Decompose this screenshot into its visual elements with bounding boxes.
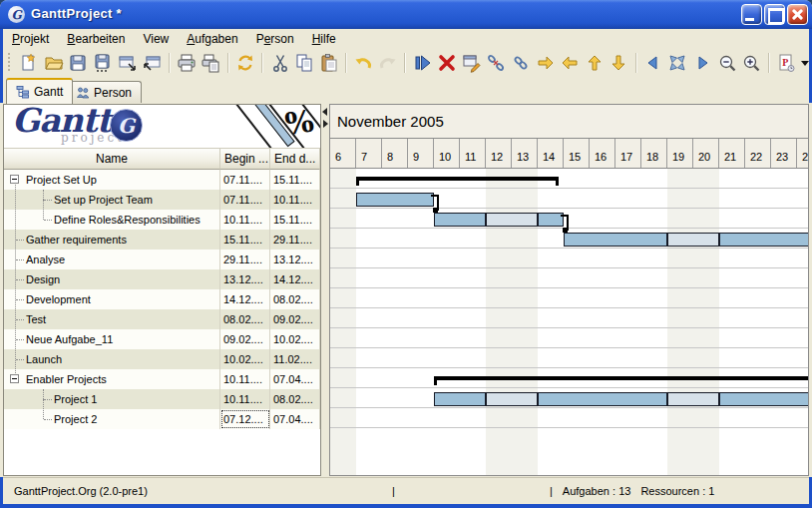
menu-bearbeiten[interactable]: Bearbeiten	[58, 30, 134, 48]
delete-task-icon[interactable]	[435, 51, 460, 75]
task-name: Launch	[26, 353, 62, 365]
menu-hilfe[interactable]: Hilfe	[303, 30, 345, 48]
maximize-button[interactable]	[764, 4, 785, 25]
undo-icon[interactable]	[351, 51, 376, 75]
refresh-icon[interactable]	[233, 51, 258, 75]
outdent-task-icon[interactable]	[558, 51, 583, 75]
print-preview-icon[interactable]	[199, 51, 223, 75]
close-button[interactable]	[787, 4, 808, 25]
task-bar-segment[interactable]	[434, 392, 486, 406]
save-project-icon[interactable]	[66, 51, 91, 75]
toolbar-separator	[261, 53, 263, 73]
focused-cell[interactable]: 07.12....	[220, 409, 270, 429]
collapse-expander-icon[interactable]	[10, 374, 19, 383]
splitter-collapse-left-icon[interactable]	[322, 108, 327, 116]
toolbar-grip[interactable]	[7, 53, 11, 73]
table-row[interactable]: Test08.02....09.02....	[4, 309, 320, 329]
move-task-down-icon[interactable]	[607, 51, 631, 75]
title-bar[interactable]: G GanttProject *	[0, 0, 812, 29]
report-menu-arrow-icon[interactable]	[801, 61, 809, 66]
table-row[interactable]: Gather requirements15.11....29.11....	[4, 230, 320, 250]
column-header-end[interactable]: End d...	[270, 148, 320, 170]
link-tasks-icon[interactable]	[509, 51, 534, 75]
row-grid-line	[330, 347, 808, 348]
task-bar-segment[interactable]	[486, 392, 538, 406]
status-app-version: GanttProject.Org (2.0-pre1)	[14, 485, 148, 497]
task-rows-list: Project Set Up07.11....15.11.... Set up …	[4, 170, 320, 429]
task-bar-segment[interactable]	[719, 233, 808, 247]
scroll-left-icon[interactable]	[641, 51, 666, 75]
new-task-icon[interactable]	[410, 51, 435, 75]
new-document-icon[interactable]	[17, 51, 42, 75]
task-bar-segment[interactable]	[434, 213, 486, 227]
table-row[interactable]: Design13.12....14.12....	[4, 269, 320, 289]
paste-icon[interactable]	[316, 51, 341, 75]
task-properties-icon[interactable]	[459, 51, 484, 75]
indent-task-icon[interactable]	[533, 51, 558, 75]
task-bar-segment[interactable]	[356, 193, 434, 207]
summary-task-bar[interactable]	[434, 376, 808, 380]
zoom-out-icon[interactable]	[714, 51, 739, 75]
row-grid-line	[330, 367, 808, 368]
table-row[interactable]: Enabler Projects10.11....07.04....	[4, 369, 320, 389]
task-end: 08.02....	[270, 289, 320, 309]
table-row[interactable]: Project 207.12....07.04....	[4, 409, 320, 429]
table-row[interactable]: Define Roles&Responsibilities10.11....15…	[4, 210, 320, 230]
cut-icon[interactable]	[267, 51, 292, 75]
gantt-chart-body	[330, 169, 808, 475]
task-name: Define Roles&Responsibilities	[54, 214, 201, 226]
menu-aufgaben[interactable]: Aufgaben	[178, 30, 246, 48]
table-row[interactable]: Analyse29.11....13.12....	[4, 250, 320, 269]
minimize-button[interactable]	[741, 4, 762, 25]
open-project-icon[interactable]	[42, 51, 67, 75]
task-end: 14.12....	[270, 269, 320, 289]
column-header-name[interactable]: Name	[4, 148, 220, 170]
move-task-up-icon[interactable]	[582, 51, 607, 75]
report-icon[interactable]: P	[774, 51, 799, 75]
tab-person[interactable]: Person	[66, 81, 142, 104]
menu-person[interactable]: Person	[247, 30, 303, 48]
task-name: Test	[26, 313, 46, 325]
table-row[interactable]: Launch10.02....11.02....	[4, 349, 320, 369]
table-row[interactable]: Development14.12....08.02....	[4, 289, 320, 309]
copy-icon[interactable]	[292, 51, 317, 75]
export-project-icon[interactable]	[115, 51, 140, 75]
table-row[interactable]: Project Set Up07.11....15.11....	[4, 170, 320, 190]
task-end: 10.11....	[270, 190, 320, 210]
menu-view[interactable]: View	[134, 30, 178, 48]
task-bar-segment[interactable]	[538, 392, 667, 406]
column-header-begin[interactable]: Begin ...	[220, 148, 270, 170]
redo-icon[interactable]	[376, 51, 401, 75]
task-bar-segment[interactable]	[667, 392, 719, 406]
collapse-expander-icon[interactable]	[10, 175, 19, 184]
tab-gantt[interactable]: Gantt	[6, 78, 73, 104]
task-bar-segment[interactable]	[667, 233, 719, 247]
window-border-bottom	[0, 504, 812, 508]
day-header: 10	[434, 139, 460, 168]
task-bar-segment[interactable]	[486, 213, 538, 227]
zoom-to-fit-icon[interactable]	[665, 51, 690, 75]
logo-percent: %	[283, 105, 316, 142]
print-icon[interactable]	[175, 51, 200, 75]
timeline-month-header: November 2005	[330, 105, 808, 139]
unlink-tasks-icon[interactable]	[484, 51, 509, 75]
row-grid-line	[330, 427, 808, 428]
menu-projekt[interactable]: Projekt	[3, 30, 58, 48]
task-end: 09.02....	[270, 309, 320, 329]
task-bar-segment[interactable]	[719, 392, 808, 406]
save-project-as-icon[interactable]	[91, 51, 116, 75]
table-row[interactable]: Set up Project Team07.11....10.11....	[4, 190, 320, 210]
panel-splitter[interactable]	[321, 104, 329, 476]
dependency-link-arrow	[563, 228, 568, 233]
month-label: November 2005	[337, 113, 444, 130]
task-bar-segment[interactable]	[564, 233, 667, 247]
day-header: 18	[641, 139, 667, 168]
zoom-in-icon[interactable]	[739, 51, 764, 75]
table-row[interactable]: Project 110.11....08.02....	[4, 389, 320, 409]
splitter-collapse-right-icon[interactable]	[323, 120, 328, 128]
toolbar-separator	[635, 53, 637, 73]
scroll-right-icon[interactable]	[690, 51, 715, 75]
import-project-icon[interactable]	[140, 51, 165, 75]
summary-task-bar[interactable]	[356, 177, 559, 181]
table-row[interactable]: Neue Aufgabe_1109.02....10.02....	[4, 329, 320, 349]
